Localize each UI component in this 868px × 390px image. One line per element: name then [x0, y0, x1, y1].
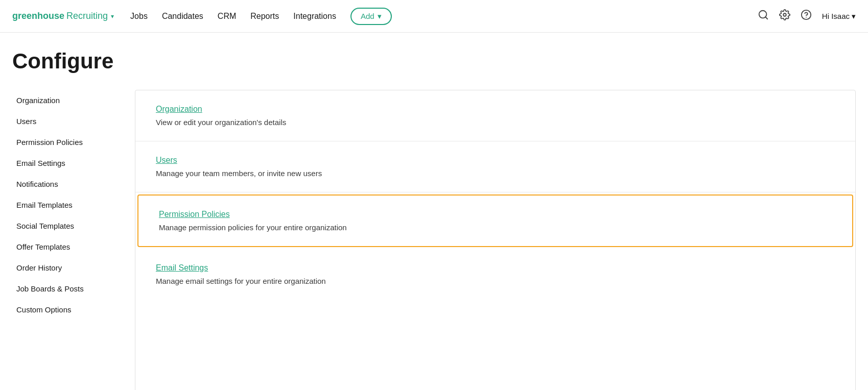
brand-name-recruiting: Recruiting [66, 11, 108, 21]
nav-integrations[interactable]: Integrations [293, 12, 336, 21]
config-link-email-settings[interactable]: Email Settings [156, 263, 835, 273]
sidebar-item-custom-options[interactable]: Custom Options [12, 299, 127, 320]
brand-chevron-icon: ▾ [111, 13, 114, 20]
nav-reports[interactable]: Reports [250, 12, 279, 21]
sidebar-item-email-templates[interactable]: Email Templates [12, 194, 127, 215]
sidebar-item-job-boards[interactable]: Job Boards & Posts [12, 278, 127, 299]
sidebar-item-notifications[interactable]: Notifications [12, 174, 127, 194]
nav-crm[interactable]: CRM [218, 12, 236, 21]
config-item-organization: Organization View or edit your organizat… [135, 90, 855, 141]
nav-jobs[interactable]: Jobs [130, 12, 148, 21]
add-chevron-icon: ▾ [378, 12, 382, 21]
sidebar: Organization Users Permission Policies E… [12, 90, 135, 390]
config-item-email-settings: Email Settings Manage email settings for… [135, 249, 855, 300]
config-desc-organization: View or edit your organization's details [156, 118, 835, 127]
nav-links: Jobs Candidates CRM Reports Integrations… [130, 8, 749, 25]
brand-logo[interactable]: greenhouse Recruiting ▾ [12, 11, 114, 21]
gear-icon[interactable] [779, 9, 790, 23]
config-desc-users: Manage your team members, or invite new … [156, 169, 835, 178]
navbar: greenhouse Recruiting ▾ Jobs Candidates … [0, 0, 868, 33]
user-menu[interactable]: Hi Isaac ▾ [822, 12, 856, 21]
svg-line-1 [765, 17, 767, 19]
sidebar-item-users[interactable]: Users [12, 111, 127, 132]
config-item-permission-policies: Permission Policies Manage permission po… [137, 194, 853, 247]
config-link-organization[interactable]: Organization [156, 105, 835, 114]
config-link-permission-policies[interactable]: Permission Policies [159, 210, 832, 219]
sidebar-item-social-templates[interactable]: Social Templates [12, 215, 127, 236]
add-button-label: Add [361, 12, 374, 20]
config-desc-email-settings: Manage email settings for your entire or… [156, 277, 835, 285]
brand-name-greenhouse: greenhouse [12, 11, 64, 21]
page-container: Configure Organization Users Permission … [0, 33, 868, 390]
search-icon[interactable] [758, 9, 769, 23]
nav-candidates[interactable]: Candidates [162, 12, 203, 21]
sidebar-item-organization[interactable]: Organization [12, 90, 127, 111]
content-layout: Organization Users Permission Policies E… [12, 90, 856, 390]
config-item-users: Users Manage your team members, or invit… [135, 141, 855, 192]
help-icon[interactable] [801, 9, 812, 23]
sidebar-item-order-history[interactable]: Order History [12, 257, 127, 278]
config-link-users[interactable]: Users [156, 156, 835, 165]
nav-actions: Hi Isaac ▾ [758, 9, 856, 23]
user-greeting: Hi Isaac [822, 12, 850, 20]
user-chevron-icon: ▾ [852, 12, 856, 21]
sidebar-item-permission-policies[interactable]: Permission Policies [12, 132, 127, 153]
page-title: Configure [12, 49, 856, 74]
config-desc-permission-policies: Manage permission policies for your enti… [159, 223, 832, 232]
add-button[interactable]: Add ▾ [350, 8, 392, 25]
sidebar-item-offer-templates[interactable]: Offer Templates [12, 236, 127, 257]
sidebar-item-email-settings[interactable]: Email Settings [12, 153, 127, 174]
svg-point-2 [783, 13, 786, 16]
main-content: Organization View or edit your organizat… [135, 90, 856, 390]
